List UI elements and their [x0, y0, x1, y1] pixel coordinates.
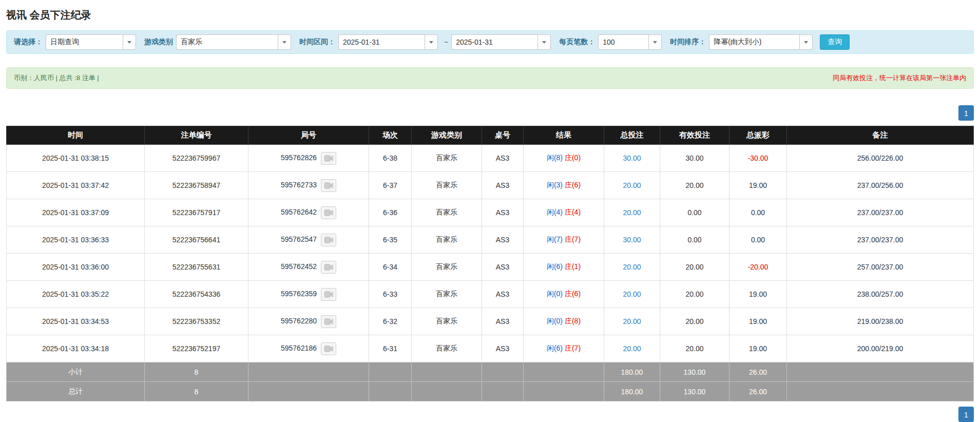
total-bet-link[interactable]: 30.00 — [623, 154, 641, 162]
cell-note: 257.00/237.00 — [787, 254, 974, 281]
cell-time: 2025-01-31 03:36:00 — [7, 254, 145, 281]
total-bet-link[interactable]: 20.00 — [623, 263, 641, 271]
chevron-down-icon — [127, 41, 131, 44]
game-type-dropdown-button[interactable] — [278, 34, 291, 50]
round-id-text: 595762733 — [281, 181, 317, 189]
total-bet-link[interactable]: 30.00 — [623, 236, 641, 244]
page-size-input[interactable] — [598, 34, 648, 50]
round-video-button[interactable] — [321, 179, 336, 192]
total-total-bet: 180.00 — [604, 382, 660, 401]
time-sort-combo — [709, 34, 813, 50]
col-header-session: 场次 — [369, 126, 412, 145]
result-player: 闲(6) — [547, 344, 563, 352]
result-banker: 庄(6) — [565, 290, 581, 298]
date-from-dropdown-button[interactable] — [425, 34, 438, 50]
round-id-text: 595762826 — [281, 154, 317, 162]
round-id-text: 595762359 — [281, 290, 317, 298]
date-to-dropdown-button[interactable] — [537, 34, 551, 50]
cell-payout: 0.00 — [729, 226, 787, 254]
page-size-label: 每页笔数： — [559, 37, 595, 47]
time-sort-input[interactable] — [709, 34, 799, 50]
cell-note: 238.00/257.00 — [787, 281, 974, 308]
subtotal-payout: 26.00 — [729, 362, 787, 382]
col-header-time: 时间 — [7, 126, 145, 145]
bet-records-table: 时间 注单编号 局号 场次 游戏类别 桌号 结果 总投注 有效投注 总派彩 备注… — [6, 126, 974, 401]
total-bet-link[interactable]: 20.00 — [623, 317, 641, 325]
cell-payout: -20.00 — [729, 254, 787, 281]
total-bet-link[interactable]: 20.00 — [623, 181, 641, 189]
round-video-button[interactable] — [321, 342, 336, 355]
game-type-input[interactable] — [176, 34, 278, 50]
chevron-down-icon — [429, 41, 433, 44]
round-video-button[interactable] — [321, 288, 336, 301]
game-type-label: 游戏类别 — [144, 37, 173, 47]
cell-total-bet: 20.00 — [604, 281, 660, 308]
total-bet-link[interactable]: 20.00 — [623, 290, 641, 298]
cell-table-no: AS3 — [482, 199, 524, 226]
cell-payout: 19.00 — [729, 281, 787, 308]
select-type-input[interactable] — [46, 34, 123, 50]
time-sort-dropdown-button[interactable] — [799, 34, 813, 50]
round-video-button[interactable] — [321, 206, 336, 219]
total-bet-link[interactable]: 20.00 — [623, 208, 641, 217]
result-banker: 庄(0) — [565, 154, 581, 162]
result-banker: 庄(4) — [565, 208, 581, 216]
total-bet-count: 8 — [145, 382, 248, 401]
cell-bet-id: 522236752197 — [145, 335, 248, 362]
cell-session: 6-31 — [369, 335, 412, 362]
page-size-combo — [598, 34, 662, 50]
cell-time: 2025-01-31 03:38:15 — [7, 145, 145, 172]
cell-total-bet: 20.00 — [604, 254, 660, 281]
cell-valid-bet: 20.00 — [660, 281, 729, 308]
round-video-button[interactable] — [321, 315, 336, 328]
video-camera-icon — [324, 318, 333, 325]
cell-game-type: 百家乐 — [412, 145, 482, 172]
page-button-1[interactable]: 1 — [958, 407, 974, 422]
date-to-combo — [451, 34, 551, 50]
empty-cell — [524, 382, 604, 401]
cell-round-id: 595762186 — [248, 335, 369, 362]
cell-table-no: AS3 — [482, 281, 524, 308]
date-from-combo — [338, 34, 438, 50]
cell-note: 256.00/226.00 — [787, 145, 974, 172]
total-bet-link[interactable]: 20.00 — [623, 344, 641, 353]
cell-game-type: 百家乐 — [412, 254, 482, 281]
cell-valid-bet: 20.00 — [660, 335, 729, 362]
col-header-table-no: 桌号 — [482, 126, 524, 145]
cell-round-id: 595762733 — [248, 172, 369, 199]
cell-time: 2025-01-31 03:37:09 — [7, 199, 145, 226]
cell-session: 6-37 — [369, 172, 412, 199]
cell-total-bet: 20.00 — [604, 335, 660, 362]
date-from-input[interactable] — [338, 34, 425, 50]
table-row: 2025-01-31 03:35:22522236754336595762359… — [7, 281, 974, 308]
cell-session: 6-36 — [369, 199, 412, 226]
select-type-dropdown-button[interactable] — [123, 34, 136, 50]
table-row: 2025-01-31 03:34:53522236753352595762280… — [7, 308, 974, 335]
col-header-note: 备注 — [787, 126, 974, 145]
search-button[interactable]: 查询 — [820, 34, 850, 50]
round-video-button[interactable] — [321, 261, 336, 274]
cell-result: 闲(8) 庄(0) — [524, 145, 604, 172]
cell-payout: 19.00 — [729, 172, 787, 199]
page-size-dropdown-button[interactable] — [648, 34, 662, 50]
table-row: 2025-01-31 03:34:18522236752197595762186… — [7, 335, 974, 362]
cell-payout: 19.00 — [729, 335, 787, 362]
round-video-button[interactable] — [321, 234, 336, 246]
cell-result: 闲(0) 庄(6) — [524, 281, 604, 308]
currency-total-text: 币别：人民币 | 总共 :8 注单 | — [14, 73, 99, 83]
page-button-1[interactable]: 1 — [958, 105, 974, 121]
date-to-input[interactable] — [451, 34, 537, 50]
video-camera-icon — [324, 346, 333, 352]
round-video-button[interactable] — [321, 152, 336, 165]
col-header-bet-id: 注单编号 — [145, 126, 248, 145]
cell-time: 2025-01-31 03:37:42 — [7, 172, 145, 199]
cell-table-no: AS3 — [482, 226, 524, 254]
result-banker: 庄(6) — [565, 181, 581, 189]
subtotal-row: 小计 8 180.00 130.00 26.00 — [7, 362, 974, 382]
cell-game-type: 百家乐 — [412, 172, 482, 199]
video-camera-icon — [324, 237, 333, 243]
cell-valid-bet: 0.00 — [660, 199, 729, 226]
cell-total-bet: 20.00 — [604, 199, 660, 226]
cell-result: 闲(3) 庄(6) — [524, 172, 604, 199]
cell-result: 闲(4) 庄(4) — [524, 199, 604, 226]
